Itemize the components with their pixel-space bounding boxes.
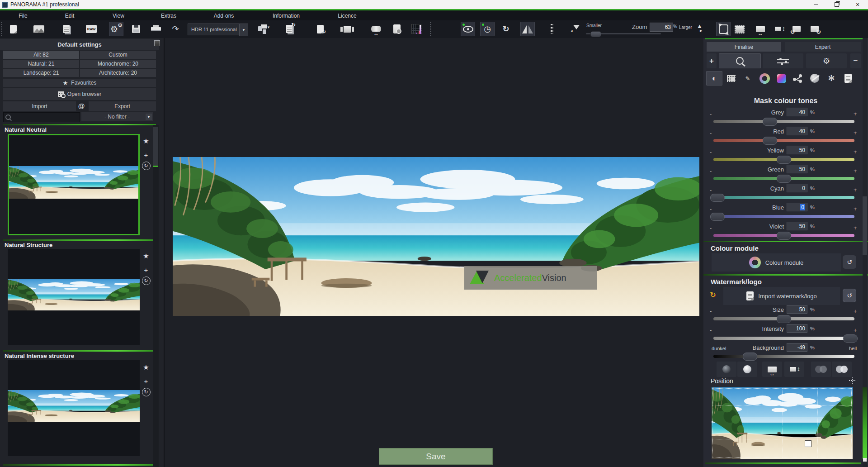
category-monochrome[interactable]: Monochrome: 20 bbox=[80, 60, 156, 68]
import-watermark-button[interactable]: Import watermark/logo bbox=[723, 287, 840, 305]
menu-view[interactable]: View bbox=[110, 12, 127, 20]
slider-increase[interactable]: + bbox=[854, 129, 857, 136]
favourite-star-button[interactable]: ★ bbox=[142, 363, 151, 372]
import-button[interactable]: Import bbox=[3, 101, 76, 111]
zoom-slider[interactable] bbox=[586, 33, 661, 34]
slider-decrease[interactable]: - bbox=[710, 186, 712, 193]
slider-increase[interactable]: + bbox=[854, 110, 857, 117]
tab-expert[interactable]: Expert bbox=[785, 42, 861, 52]
slider-handle[interactable] bbox=[710, 194, 725, 202]
save-button[interactable]: Save bbox=[379, 448, 493, 465]
slider-value-input[interactable]: 50 bbox=[787, 165, 807, 173]
raw-import-button[interactable]: RAW bbox=[84, 22, 99, 36]
menu-edit[interactable]: Edit bbox=[62, 12, 77, 20]
slider-decrease[interactable]: - bbox=[710, 327, 712, 334]
watermark-toggle[interactable]: ↺ bbox=[843, 289, 856, 302]
auto-settings-button[interactable]: ⚙ bbox=[806, 53, 847, 68]
toolbar-drag-handle[interactable] bbox=[1, 22, 4, 36]
before-after-button[interactable] bbox=[520, 22, 535, 36]
settings-button[interactable]: ⚙⚙ bbox=[109, 22, 123, 36]
slider-value-input[interactable]: 0 bbox=[787, 203, 807, 211]
save-button-toolbar[interactable] bbox=[129, 22, 143, 36]
history-compare-button[interactable]: ◷ bbox=[480, 22, 495, 36]
rotate-image-button[interactable]: ↻ bbox=[313, 22, 327, 36]
export-button[interactable]: ↷ bbox=[168, 22, 183, 36]
print-button[interactable] bbox=[149, 22, 163, 36]
colour-module-button[interactable]: Colour module bbox=[712, 253, 841, 272]
remove-filter-button[interactable]: − bbox=[850, 53, 861, 68]
watermark-blend-strong[interactable] bbox=[832, 362, 852, 377]
add-preset-button[interactable]: + bbox=[142, 376, 151, 386]
add-filter-button[interactable]: + bbox=[707, 53, 717, 68]
adjustments-button[interactable] bbox=[763, 53, 803, 68]
export-button-panel[interactable]: Export bbox=[89, 101, 156, 111]
fit-view-button[interactable]: ▲▸ bbox=[693, 22, 707, 36]
batch-processing-button[interactable]: ▼ bbox=[256, 22, 271, 36]
preset-thumbnail-natural-neutral[interactable] bbox=[8, 134, 140, 235]
copy-settings-button[interactable]: ↻ bbox=[282, 22, 297, 36]
slider-increase[interactable]: + bbox=[854, 167, 857, 174]
resize-width-button[interactable] bbox=[753, 22, 768, 36]
open-browser-button[interactable]: Open browser bbox=[3, 88, 156, 100]
cyan-slider[interactable] bbox=[713, 196, 854, 199]
projection-width-button[interactable] bbox=[369, 22, 383, 36]
category-all[interactable]: All: 82 bbox=[3, 51, 79, 59]
grey-slider[interactable] bbox=[713, 120, 854, 123]
slider-decrease[interactable]: - bbox=[710, 110, 712, 117]
scrollbar-thumb[interactable] bbox=[863, 196, 867, 255]
split-view-button[interactable] bbox=[545, 22, 559, 36]
resize-height-button[interactable] bbox=[772, 22, 787, 36]
slider-value-input[interactable]: 50 bbox=[787, 305, 807, 314]
menu-file[interactable]: File bbox=[16, 12, 30, 20]
red-slider[interactable] bbox=[713, 139, 854, 142]
panorama-format-button[interactable] bbox=[340, 22, 354, 36]
slider-handle[interactable] bbox=[763, 137, 777, 145]
slider-handle[interactable] bbox=[843, 334, 858, 343]
slider-value-input[interactable]: -49 bbox=[787, 343, 807, 352]
size-slider[interactable] bbox=[713, 317, 854, 320]
browse-images-button[interactable] bbox=[59, 22, 74, 36]
yellow-slider[interactable] bbox=[713, 158, 854, 161]
zoom-input[interactable] bbox=[650, 23, 673, 32]
add-preset-button[interactable]: + bbox=[142, 265, 151, 274]
menu-licence[interactable]: Licence bbox=[335, 12, 359, 20]
tool-grain[interactable] bbox=[723, 71, 739, 86]
search-filter-button[interactable] bbox=[719, 53, 761, 68]
watermark-overlay[interactable]: Accelerated Vision bbox=[464, 266, 597, 290]
watermark-stretch-width[interactable] bbox=[762, 362, 782, 377]
colour-module-toggle[interactable]: ↺ bbox=[843, 255, 856, 269]
slider-increase[interactable]: + bbox=[854, 308, 857, 315]
restore-button[interactable] bbox=[826, 0, 847, 9]
rotate-left-button[interactable]: ↺ bbox=[789, 22, 804, 36]
menu-extras[interactable]: Extras bbox=[158, 12, 179, 20]
intensity-slider[interactable] bbox=[713, 337, 854, 340]
watermark-blend-soft[interactable] bbox=[811, 362, 831, 377]
menu-addons[interactable]: Add-ons bbox=[211, 12, 237, 20]
favourite-star-button[interactable]: ★ bbox=[142, 137, 151, 146]
apply-preset-button[interactable]: ↻ bbox=[142, 276, 151, 285]
category-landscape[interactable]: Landscape: 21 bbox=[3, 69, 79, 77]
tool-retouch[interactable] bbox=[807, 71, 823, 86]
slider-increase[interactable]: + bbox=[854, 186, 857, 193]
slider-handle[interactable] bbox=[743, 353, 757, 361]
slider-decrease[interactable]: - bbox=[710, 167, 712, 174]
minimize-button[interactable] bbox=[806, 0, 826, 9]
filter-dropdown[interactable]: - No filter - ▼ bbox=[81, 112, 153, 121]
slider-handle[interactable] bbox=[777, 175, 791, 183]
histogram-button[interactable] bbox=[410, 22, 424, 36]
add-preset-button[interactable]: + bbox=[142, 150, 151, 159]
menu-information[interactable]: Information bbox=[270, 12, 302, 20]
preview-toggle-button[interactable] bbox=[461, 22, 475, 36]
slider-handle[interactable] bbox=[710, 213, 725, 221]
slider-handle[interactable] bbox=[777, 156, 791, 164]
slider-increase[interactable]: + bbox=[854, 205, 857, 212]
tool-colour-wheel[interactable] bbox=[756, 71, 773, 86]
apply-preset-button[interactable]: ↻ bbox=[142, 387, 151, 396]
slider-decrease[interactable]: - bbox=[710, 148, 712, 155]
slider-decrease[interactable]: - bbox=[710, 129, 712, 136]
preset-list-scrollbar[interactable] bbox=[153, 125, 159, 467]
apply-preset-button[interactable]: ↻ bbox=[142, 161, 151, 170]
preset-thumbnail-natural-intense[interactable] bbox=[8, 360, 140, 456]
zoom-slider-handle[interactable] bbox=[590, 31, 601, 37]
slider-increase[interactable]: + bbox=[854, 224, 857, 231]
